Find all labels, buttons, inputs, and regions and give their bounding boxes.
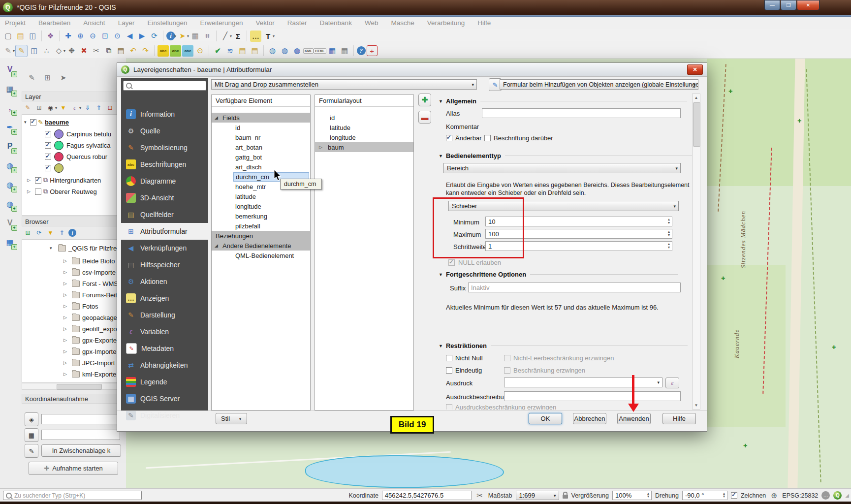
lock-icon[interactable]	[563, 495, 568, 499]
folder-label[interactable]: gpx-Importe	[82, 348, 116, 355]
layer-row-oberer-reutweg[interactable]: ▷ ⧉ Oberer Reutweg	[27, 186, 97, 197]
allow-null-checkbox[interactable]	[448, 259, 455, 266]
add-selected-layers-icon[interactable]: ⊞	[23, 228, 32, 238]
paste-features-icon[interactable]: ▤	[115, 45, 126, 57]
field-row-bemerkung[interactable]: bemerkung	[212, 211, 310, 221]
browser-folder-row[interactable]: ▷ Forst - WMS	[63, 278, 118, 289]
editor-layout-combo[interactable]: Mit Drag and Drop zusammenstellen	[211, 79, 477, 90]
sidebar-item-attributformular[interactable]: ⊞Attributformular	[121, 223, 208, 240]
kml-export-icon[interactable]: KML	[303, 48, 314, 54]
dropdown-caret-icon[interactable]: ▾	[55, 106, 57, 110]
folder-label[interactable]: gpx-Exporte	[82, 337, 117, 344]
grid-icon[interactable]: ▦	[25, 428, 38, 442]
other-widgets-group-row[interactable]: ◢ Andere Bedienelemente	[212, 241, 310, 251]
expander-icon[interactable]: ▷	[63, 281, 69, 286]
menu-erweiterungen[interactable]: Erweiterungen	[200, 19, 243, 27]
crs-value[interactable]: EPSG:25832	[782, 492, 818, 499]
menu-bearbeiten[interactable]: Bearbeiten	[38, 19, 70, 27]
legend-class-row[interactable]: Carpinus betulu	[45, 128, 111, 139]
add-raster-layer-icon[interactable]: ▦	[3, 82, 16, 95]
folder-label[interactable]: Beide Bioto	[82, 257, 115, 265]
copy-features-icon[interactable]: ⧉	[103, 45, 114, 57]
folder-label[interactable]: JPG-Import	[82, 359, 115, 367]
help-contents-icon[interactable]: ?	[357, 46, 366, 55]
cancel-button[interactable]: Abbrechen	[573, 413, 606, 424]
form-suppress-combo[interactable]: Formular beim Hinzufügen von Objekten an…	[500, 79, 698, 90]
field-row-baum-nr[interactable]: baum_nr	[212, 132, 310, 142]
expander-icon[interactable]: ◢	[215, 243, 221, 248]
expander-icon[interactable]: ▾	[24, 120, 30, 125]
browser-horizontal-scrollbar[interactable]	[22, 383, 124, 390]
browser-folder-row[interactable]: ▷ gpx-Exporte	[63, 335, 117, 346]
metasearch-globe-icon[interactable]: ◍	[291, 45, 303, 57]
expression-builder-button[interactable]: ε	[665, 378, 679, 388]
qml-widget-row[interactable]: QML-Bedienelement	[212, 251, 310, 260]
folder-label[interactable]: _QGIS für Pilzfre	[68, 245, 117, 252]
refresh-icon[interactable]: ⟳	[149, 31, 160, 42]
toggle-editing-icon[interactable]: ✎	[15, 45, 28, 57]
refresh-browser-icon[interactable]: ⟳	[34, 228, 44, 238]
folder-label[interactable]: Fotos	[82, 303, 98, 310]
add-delimited-text-layer-icon[interactable]: ,	[3, 101, 16, 114]
alias-input[interactable]	[482, 108, 681, 118]
zoom-full-icon[interactable]: ⊡	[99, 31, 111, 42]
class-checkbox[interactable]	[45, 165, 51, 171]
save-project-icon[interactable]: ◫	[27, 31, 38, 42]
extents-toggle-icon[interactable]: ✂	[475, 491, 484, 500]
expander-icon[interactable]: ▷	[63, 360, 69, 365]
html-export-icon[interactable]: HTML	[314, 48, 326, 54]
form-scrollbar[interactable]: ▲ ▼	[692, 94, 700, 410]
menu-hilfe[interactable]: Hilfe	[477, 19, 491, 27]
class-checkbox[interactable]	[45, 154, 51, 160]
crs-globe-icon[interactable]: ⊕	[770, 491, 778, 500]
field-row-pilzbefall[interactable]: pilzbefall	[212, 221, 310, 231]
menu-projekt[interactable]: Projekt	[5, 19, 26, 27]
scale-combo[interactable]: 1:699	[516, 491, 559, 500]
menu-vektor[interactable]: Vektor	[256, 19, 275, 27]
sidebar-item-hilfsspeicher[interactable]: ▤Hilfsspeicher	[121, 256, 208, 273]
open-layer-styling-icon[interactable]: ✎	[23, 103, 32, 113]
layer-name[interactable]: baeume	[45, 119, 69, 126]
layer-row-baeume[interactable]: ▾ ✎ baeume	[24, 117, 69, 127]
scroll-down-icon[interactable]: ▼	[693, 402, 700, 409]
expander-icon[interactable]: ▷	[63, 315, 69, 320]
class-checkbox[interactable]	[45, 142, 51, 149]
add-element-button[interactable]: ✚	[418, 94, 431, 106]
expander-icon[interactable]: ▷	[63, 349, 69, 354]
sidebar-search-input[interactable]	[123, 81, 206, 91]
sidebar-item-diagramme[interactable]: Diagramme	[121, 173, 208, 189]
expander-icon[interactable]: ▷	[63, 372, 69, 377]
delete-selected-icon[interactable]: ✖	[78, 45, 90, 57]
close-button[interactable]: ✕	[797, 0, 819, 10]
add-virtual-layer-icon[interactable]: V	[3, 217, 16, 229]
open-project-icon[interactable]: ▤	[15, 31, 26, 42]
browser-folder-row[interactable]: ▷ Forums-Beit	[63, 289, 117, 300]
collapse-all-icon[interactable]: ⇑	[94, 103, 103, 113]
relations-group-row[interactable]: Beziehungen	[212, 231, 310, 241]
style-menu-button[interactable]: Stil	[216, 413, 247, 424]
wms-globe-icon[interactable]: ◍	[267, 45, 278, 57]
dropdown-caret-icon[interactable]: ▾	[230, 34, 232, 38]
web-tiles-icon[interactable]: ▦	[327, 45, 338, 57]
add-wfs-layer-icon[interactable]: ◍	[3, 197, 16, 210]
dropdown-caret-icon[interactable]: ▾	[13, 49, 15, 53]
field-row-art-dtsch[interactable]: art_dtsch	[212, 162, 310, 172]
sidebar-item-digitalisieren[interactable]: ✎Digitalisieren	[121, 407, 208, 424]
field-row-latitude[interactable]: latitude	[212, 191, 310, 201]
browser-folder-row[interactable]: ▷ geotiff_expo	[63, 323, 117, 334]
layer-labeling-icon[interactable]: abc	[158, 45, 169, 57]
zoom-out-icon[interactable]: ⊖	[87, 31, 98, 42]
dropdown-caret-icon[interactable]: ▾	[79, 106, 81, 110]
scrollbar-thumb[interactable]	[693, 102, 700, 147]
expander-icon[interactable]: ▷	[63, 270, 69, 275]
qgis-news-icon[interactable]: Q	[833, 491, 842, 500]
sidebar-item-3d-ansicht[interactable]: 3D-Ansicht	[121, 189, 208, 206]
statistical-summary-icon[interactable]: Σ	[232, 31, 244, 42]
sidebar-item-quellfelder[interactable]: ▤Quellfelder	[121, 206, 208, 223]
browser-folder-row[interactable]: ▷ geopackage	[63, 312, 117, 323]
browser-root-row[interactable]: ▾ _QGIS für Pilzfre	[50, 243, 117, 253]
messages-icon[interactable]: …	[821, 491, 830, 500]
measure-line-icon[interactable]: ╱	[220, 31, 231, 42]
not-null-checkbox[interactable]	[446, 355, 452, 361]
section-bedienelementtyp[interactable]: Bedienelementtyp	[439, 152, 692, 159]
